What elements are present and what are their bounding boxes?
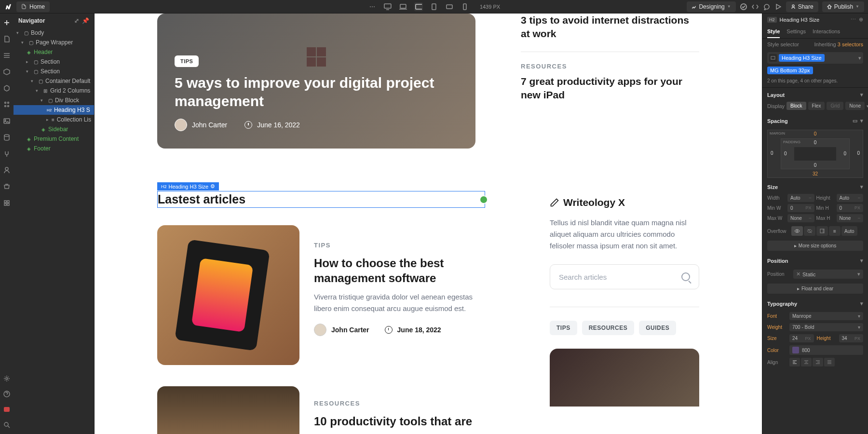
line-height-input[interactable]: 34PX [839, 334, 864, 342]
inheriting-link[interactable]: 3 selectors [838, 41, 863, 47]
breakpoint-state-icon[interactable] [769, 54, 777, 62]
collapse-icon[interactable]: ⤢ [74, 17, 79, 24]
more-icon[interactable]: ⋯ [368, 2, 377, 11]
overflow-auto[interactable]: ≡ [829, 226, 841, 236]
tag-tips[interactable]: TIPS [550, 321, 577, 335]
page-selector[interactable]: Home [16, 1, 50, 12]
help-icon[interactable] [2, 390, 11, 398]
close-icon[interactable]: ✕ [796, 271, 800, 277]
code-icon[interactable] [751, 3, 759, 11]
cms-icon[interactable] [2, 133, 11, 142]
tree-item-premium[interactable]: ◈Premium Content [14, 134, 94, 144]
article-card-2[interactable]: RESOURCES 10 productivity tools that are [157, 386, 485, 434]
margin-right[interactable]: 0 [857, 150, 860, 156]
overflow-visible[interactable] [791, 226, 803, 236]
tree-item-grid2[interactable]: ▾⊞Grid 2 Columns [14, 86, 94, 95]
maxw-input[interactable]: None– [787, 214, 814, 222]
tablet-icon[interactable] [430, 2, 438, 11]
laptop-icon[interactable] [399, 2, 407, 11]
color-input[interactable]: 800 [789, 345, 863, 355]
selector-tag[interactable]: Heading H3 Size [779, 54, 825, 62]
pages-icon[interactable] [2, 35, 11, 43]
weight-select[interactable]: 700 - Bold▾ [789, 323, 863, 331]
webflow-logo[interactable] [4, 2, 13, 11]
display-grid[interactable]: Grid [827, 102, 843, 110]
apps-icon[interactable] [2, 199, 11, 207]
overflow-hidden[interactable] [804, 226, 815, 236]
tree-item-page-wrapper[interactable]: ▾▢Page Wrapper [14, 38, 94, 47]
tree-item-section1[interactable]: ▸▢Section [14, 57, 94, 67]
hero-category-chip[interactable]: TIPS [175, 55, 199, 67]
search-input[interactable]: Search articles [550, 264, 699, 289]
font-select[interactable]: Manrope▾ [789, 312, 863, 320]
publish-button[interactable]: Publish ▼ [822, 1, 864, 12]
tree-item-section2[interactable]: ▾▢Section [14, 67, 94, 76]
padding-left[interactable]: 0 [784, 151, 787, 156]
check-icon[interactable] [740, 3, 747, 11]
components-icon[interactable] [2, 68, 11, 76]
hero-article-card[interactable]: TIPS 5 ways to improve your digital proj… [157, 14, 475, 149]
selected-heading-box[interactable]: Lastest articles [157, 191, 485, 208]
minw-input[interactable]: 0PX [787, 204, 814, 212]
logic-icon[interactable] [2, 149, 11, 158]
mobile-landscape-icon[interactable] [445, 2, 454, 11]
assets-icon[interactable] [2, 117, 11, 125]
add-element-icon[interactable] [2, 18, 11, 27]
spacing-link-icon[interactable]: ▭ [853, 118, 857, 124]
padding-right[interactable]: 0 [843, 151, 846, 156]
tree-item-header[interactable]: ◈Header [14, 47, 94, 57]
tag-resources[interactable]: RESOURCES [582, 321, 635, 335]
users-icon[interactable] [2, 166, 11, 175]
overflow-scroll[interactable] [816, 226, 828, 236]
width-input[interactable]: Auto– [787, 194, 814, 202]
margin-top[interactable]: 0 [814, 131, 817, 136]
padding-bottom[interactable]: 0 [814, 163, 817, 168]
display-none[interactable]: None [845, 102, 865, 110]
display-flex[interactable]: Flex [808, 102, 825, 110]
share-button[interactable]: Share [786, 1, 818, 12]
tree-item-heading-h3[interactable]: H2Heading H3 S [14, 105, 94, 115]
align-center[interactable] [801, 358, 812, 366]
overflow-auto-label[interactable]: Auto [841, 226, 857, 236]
tree-item-container[interactable]: ▾▢Container Default [14, 76, 94, 86]
focus-icon[interactable]: ⊕ [859, 16, 863, 23]
tree-item-footer[interactable]: ◈Footer [14, 144, 94, 153]
video-icon[interactable] [2, 405, 11, 414]
preview-icon[interactable] [774, 3, 782, 11]
display-block[interactable]: Block [787, 102, 806, 110]
tab-interactions[interactable]: Interactions [813, 26, 840, 38]
comment-icon[interactable] [763, 3, 771, 11]
settings-icon[interactable] [2, 374, 11, 383]
section-spacing[interactable]: Spacing▭▾ [762, 114, 868, 128]
float-clear-button[interactable]: ▸Float and clear [767, 284, 863, 294]
variables-icon[interactable] [2, 84, 11, 93]
tablet-landscape-icon[interactable] [414, 2, 423, 11]
padding-top[interactable]: 0 [814, 140, 817, 145]
ecommerce-icon[interactable] [2, 182, 11, 191]
tree-item-divblock[interactable]: ▾▢Div Block [14, 95, 94, 105]
section-layout[interactable]: Layout▾ [762, 88, 868, 102]
section-position[interactable]: Position▾ [762, 254, 868, 268]
align-justify[interactable] [824, 358, 835, 366]
section-size[interactable]: Size▾ [762, 180, 868, 194]
tag-guides[interactable]: GUIDES [639, 321, 676, 335]
font-size-input[interactable]: 24PX [789, 334, 814, 342]
tab-style[interactable]: Style [767, 26, 780, 38]
maxh-input[interactable]: None– [837, 214, 864, 222]
search-rail-icon[interactable] [2, 420, 11, 429]
chevron-down-icon[interactable]: ▾ [858, 55, 861, 61]
margin-bottom[interactable]: 32 [813, 171, 818, 176]
section-typography[interactable]: Typography▾ [762, 297, 868, 311]
style-manager-icon[interactable] [2, 100, 11, 109]
tree-item-body[interactable]: ▾▢Body [14, 28, 94, 38]
pin-icon[interactable]: 📌 [82, 17, 89, 24]
align-left[interactable] [789, 358, 800, 366]
more-icon[interactable]: ⋯ [851, 16, 856, 23]
combo-class-tag[interactable]: MG Bottom 32px [767, 67, 813, 74]
position-select[interactable]: ✕Static▾ [793, 270, 863, 279]
minh-input[interactable]: 0PX [837, 204, 864, 212]
selection-settings-icon[interactable]: ⚙ [210, 183, 215, 190]
spacing-editor[interactable]: MARGIN 0 0 0 32 PADDING 0 0 0 0 [767, 130, 863, 178]
design-canvas[interactable]: TIPS 5 ways to improve your digital proj… [95, 14, 762, 434]
side-article-1[interactable]: 3 tips to avoid internet distractions at… [521, 14, 699, 52]
